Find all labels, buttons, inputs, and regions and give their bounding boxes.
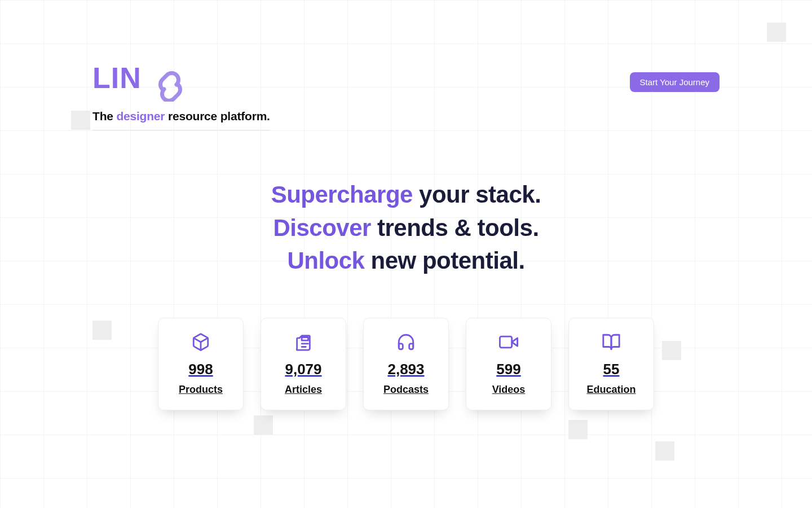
hero-line: Supercharge your stack. <box>92 180 720 210</box>
stat-label: Education <box>586 384 636 396</box>
tagline-accent: designer <box>116 110 165 122</box>
bg-blob <box>568 420 588 439</box>
header: LIN The designer resource platform. Star… <box>92 61 720 130</box>
stat-count: 998 <box>188 361 213 378</box>
stat-count: 599 <box>496 361 520 378</box>
start-journey-button[interactable]: Start Your Journey <box>630 72 720 92</box>
headphones-icon <box>396 332 416 354</box>
book-icon <box>602 332 621 354</box>
bg-blob <box>254 415 273 435</box>
hero-keyword: Discover <box>273 214 370 241</box>
box-icon <box>191 332 210 354</box>
stat-card-products[interactable]: 998 Products <box>158 318 244 410</box>
tagline-pre: The <box>92 110 116 122</box>
stat-card-videos[interactable]: 599 Videos <box>466 318 551 410</box>
hero-keyword: Unlock <box>287 247 364 274</box>
stat-count: 2,893 <box>387 361 424 378</box>
logo-link[interactable]: LIN <box>92 61 270 102</box>
stat-label: Videos <box>492 384 526 396</box>
hero-rest: your stack. <box>413 181 541 208</box>
stat-label: Products <box>179 384 223 396</box>
video-icon <box>499 332 518 354</box>
bg-blob <box>655 441 674 461</box>
stat-card-podcasts[interactable]: 2,893 Podcasts <box>363 318 449 410</box>
hero-headlines: Supercharge your stack. Discover trends … <box>92 180 720 276</box>
bg-blob <box>767 23 786 42</box>
hero-keyword: Supercharge <box>271 181 413 208</box>
stat-card-education[interactable]: 55 Education <box>568 318 654 410</box>
hero-line: Discover trends & tools. <box>92 213 720 243</box>
logo-text: LIN <box>92 62 142 94</box>
bg-blob <box>71 111 90 130</box>
stat-count: 9,079 <box>285 361 321 378</box>
chain-link-icon <box>160 73 180 100</box>
stat-count: 55 <box>603 361 620 378</box>
hero-rest: trends & tools. <box>371 214 539 241</box>
stats-row: 998 Products 9,079 Articles 2,893 Podcas… <box>92 318 720 410</box>
stat-card-articles[interactable]: 9,079 Articles <box>261 318 346 410</box>
svg-marker-1 <box>512 338 518 345</box>
tagline: The designer resource platform. <box>92 110 270 130</box>
svg-rect-2 <box>500 336 511 348</box>
stat-label: Articles <box>285 384 322 396</box>
stat-label: Podcasts <box>383 384 429 396</box>
hero-rest: new potential. <box>364 247 524 274</box>
brand-block: LIN The designer resource platform. <box>92 61 270 130</box>
newspaper-icon <box>294 332 313 354</box>
hero-line: Unlock new potential. <box>92 246 720 276</box>
tagline-post: resource platform. <box>165 110 270 122</box>
